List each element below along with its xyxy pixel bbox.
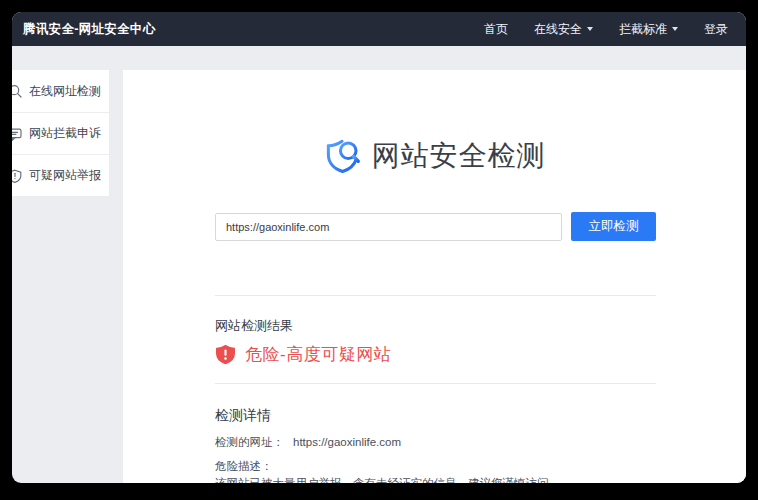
page-title: 网站安全检测 (372, 136, 546, 176)
details-section-title: 检测详情 (215, 405, 656, 425)
nav-item-block-standard[interactable]: 拦截标准 (619, 21, 678, 38)
chat-bubble-icon (12, 127, 22, 141)
chevron-down-icon (587, 27, 593, 31)
chevron-down-icon (672, 27, 678, 31)
page-body: 在线网址检测 网站拦截申诉 (12, 46, 746, 483)
sidebar-item-block-appeal[interactable]: 网站拦截申诉 (12, 112, 109, 154)
sidebar: 在线网址检测 网站拦截申诉 (12, 70, 109, 196)
nav-item-online-security[interactable]: 在线安全 (534, 21, 593, 38)
risk-description-label: 危险描述： (215, 458, 656, 475)
sidebar-item-label: 可疑网站举报 (29, 167, 101, 184)
warning-shield-icon (215, 344, 236, 365)
nav-item-login[interactable]: 登录 (704, 21, 728, 38)
checked-url-value: https://gaoxinlife.com (293, 436, 401, 448)
verdict-row: 危险-高度可疑网站 (215, 342, 656, 366)
sidebar-item-report-site[interactable]: 可疑网站举报 (12, 154, 109, 196)
nav-item-home-label: 首页 (484, 21, 508, 38)
sidebar-item-label: 在线网址检测 (29, 83, 101, 100)
top-navbar: 腾讯安全-网址安全中心 首页 在线安全 拦截标准 登录 (12, 12, 746, 46)
browser-window: 腾讯安全-网址安全中心 首页 在线安全 拦截标准 登录 (12, 12, 746, 483)
checked-url-line: 检测的网址：https://gaoxinlife.com (215, 434, 656, 451)
screenshot-backdrop: 腾讯安全-网址安全中心 首页 在线安全 拦截标准 登录 (0, 0, 758, 500)
verdict-text: 危险-高度可疑网站 (245, 343, 391, 366)
nav-item-online-security-label: 在线安全 (534, 21, 582, 38)
section-divider (215, 383, 656, 384)
hero-header: 网站安全检测 (123, 70, 746, 176)
section-divider (215, 295, 656, 296)
shield-magnifier-icon (324, 137, 362, 175)
url-input[interactable] (215, 213, 562, 241)
nav-links: 首页 在线安全 拦截标准 登录 (484, 21, 728, 38)
nav-item-login-label: 登录 (704, 21, 728, 38)
url-check-form: 立即检测 (215, 212, 656, 241)
search-icon (12, 84, 22, 98)
nav-item-home[interactable]: 首页 (484, 21, 508, 38)
content-column: 立即检测 网站检测结果 危险-高度可疑网站 (215, 212, 656, 483)
result-section-title: 网站检测结果 (215, 317, 656, 335)
check-now-button[interactable]: 立即检测 (571, 212, 656, 241)
shield-report-icon (12, 169, 22, 183)
main-panel: 网站安全检测 立即检测 网站检测结果 (123, 70, 746, 483)
risk-description-text: 该网站已被大量用户举报，含有未经证实的信息，建议您谨慎访问 (215, 475, 656, 483)
sidebar-item-label: 网站拦截申诉 (29, 125, 101, 142)
sidebar-item-url-check[interactable]: 在线网址检测 (12, 70, 109, 112)
checked-url-label: 检测的网址： (215, 436, 284, 448)
brand-title[interactable]: 腾讯安全-网址安全中心 (23, 21, 155, 38)
nav-item-block-standard-label: 拦截标准 (619, 21, 667, 38)
